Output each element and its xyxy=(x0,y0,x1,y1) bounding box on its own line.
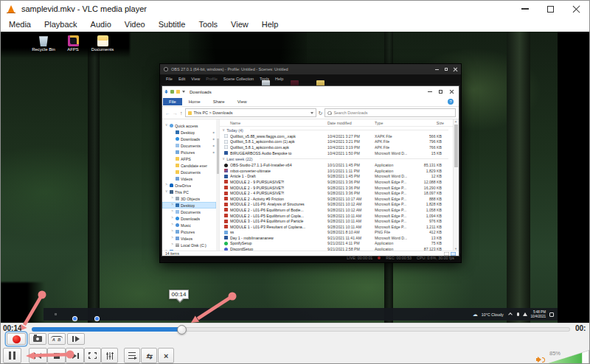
expand-chevron-icon[interactable]: > xyxy=(164,183,168,187)
stop-button[interactable] xyxy=(47,348,66,363)
obs-menu-item[interactable]: Edit xyxy=(176,77,188,81)
taskbar-icon[interactable] xyxy=(55,313,57,315)
toolbar-icon[interactable] xyxy=(170,90,174,94)
desktop-icon[interactable]: AFPS xyxy=(61,35,85,52)
expand-chevron-icon[interactable]: > xyxy=(170,243,174,247)
explorer-minimize-icon[interactable] xyxy=(428,91,432,92)
expand-chevron-icon[interactable]: > xyxy=(170,203,174,207)
file-row[interactable]: MODULE 2 - Activity #9 Friction 9/28/202… xyxy=(220,196,453,202)
explorer-maximize-icon[interactable] xyxy=(439,90,442,94)
column-type[interactable]: Type xyxy=(375,121,407,125)
file-row[interactable]: MODULE 2 - L01-P6 Equilibrium of Bodie..… xyxy=(220,207,453,213)
taskbar-icon[interactable] xyxy=(99,313,101,315)
menu-item[interactable]: Audio xyxy=(84,18,118,30)
expand-chevron-icon[interactable]: > xyxy=(170,223,174,227)
file-row[interactable]: mbot-converter-ultimate 10/1/2021 1:11 P… xyxy=(220,168,453,174)
file-row[interactable]: BIRUGEARBOSS Audio Bespoke to 10/4/2021 … xyxy=(220,150,453,156)
thumbnail-view-icon[interactable] xyxy=(451,252,456,256)
column-name[interactable]: Name xyxy=(220,121,327,125)
taskbar-icon[interactable] xyxy=(121,313,123,315)
ab-loop-button[interactable]: A B xyxy=(48,333,66,345)
obs-minimize-icon[interactable] xyxy=(435,69,439,70)
random-button[interactable] xyxy=(158,348,174,363)
weather-label[interactable]: 10°C Cloudy xyxy=(482,312,504,317)
taskbar-icon[interactable] xyxy=(47,313,49,315)
address-dropdown-icon[interactable] xyxy=(310,112,313,114)
file-row[interactable]: MODULE 2 - L01-P5 Equilibrium of Copla..… xyxy=(220,213,453,219)
microphone-icon[interactable] xyxy=(517,312,519,316)
taskbar-icon[interactable] xyxy=(114,313,116,315)
file-row[interactable]: MODULE 2 - 9 PURSUASIVE?! 9/28/2021 3:36… xyxy=(220,185,453,191)
up-icon[interactable]: ↑ xyxy=(180,111,183,116)
tray-chevron-icon[interactable] xyxy=(508,312,513,317)
file-row[interactable]: MODULE 1 - L01-P3 Resultant of Coplana..… xyxy=(220,224,453,230)
sidebar-item[interactable]: > Documents xyxy=(162,209,216,215)
expand-chevron-icon[interactable]: > xyxy=(170,237,174,240)
column-date-modified[interactable]: Date modified xyxy=(327,121,375,125)
volume-mute-icon[interactable] xyxy=(536,356,546,363)
refresh-icon[interactable]: ↻ xyxy=(319,111,323,116)
next-button[interactable] xyxy=(66,348,84,363)
sidebar-item[interactable]: > Music xyxy=(162,222,216,228)
pause-button[interactable] xyxy=(3,348,21,363)
desktop-icon[interactable]: Recycle Bin xyxy=(32,35,55,52)
expand-chevron-icon[interactable]: > xyxy=(170,210,174,214)
clock[interactable]: 5:48 PM 10/4/2021 xyxy=(531,310,546,318)
list-scrollbar[interactable] xyxy=(453,119,459,251)
sidebar-item[interactable]: > Downloads xyxy=(162,215,216,222)
scrollbar-thumb[interactable] xyxy=(454,125,458,167)
maximize-button[interactable] xyxy=(538,1,563,17)
obs-menu-item[interactable]: Profile xyxy=(203,77,221,81)
snapshot-button[interactable] xyxy=(29,333,46,345)
close-button[interactable] xyxy=(563,1,589,17)
file-row[interactable]: ss 9/28/2021 8:10 AM PNG File 412 KB xyxy=(220,230,453,236)
file-row[interactable]: Quillbot_5.8.1_apkcombo.com.apk 10/4/202… xyxy=(220,144,453,150)
sidebar-item[interactable]: Videos xyxy=(162,175,216,182)
expand-chevron-icon[interactable]: v xyxy=(164,190,168,194)
network-icon[interactable] xyxy=(523,312,527,316)
seek-handle[interactable] xyxy=(177,325,187,335)
toolbar-icon[interactable] xyxy=(176,90,180,94)
taskbar-icon[interactable] xyxy=(91,313,94,315)
menu-item[interactable]: View xyxy=(224,18,255,30)
address-input[interactable]: This PC > Downloads xyxy=(185,108,316,117)
file-row[interactable]: MODULE 2 - 9 PURSUASIVE?! 9/28/2021 3:36… xyxy=(220,179,453,185)
video-canvas[interactable]: Recycle Bin AFPS Documents xyxy=(1,32,590,323)
file-row[interactable]: MODULE 2 - 4 PURSUASIVE?! 9/28/2021 3:36… xyxy=(220,190,453,196)
taskbar-icon[interactable] xyxy=(69,313,72,315)
file-row[interactable]: Article 1 - Draft 9/28/2021 1:45 PM Micr… xyxy=(220,174,453,180)
menu-item[interactable]: Video xyxy=(118,18,152,30)
help-icon[interactable] xyxy=(448,99,454,105)
expand-chevron-icon[interactable]: > xyxy=(170,217,174,220)
sidebar-item[interactable]: > Videos xyxy=(162,235,216,242)
group-header[interactable]: Last week (22) xyxy=(220,155,453,162)
toolbar-icon[interactable] xyxy=(182,91,185,93)
back-icon[interactable]: ← xyxy=(165,111,170,116)
playlist-button[interactable] xyxy=(124,348,140,363)
toolbar-icon[interactable] xyxy=(164,90,168,94)
obs-menu-item[interactable]: Scene Collection xyxy=(221,77,257,81)
fullscreen-button[interactable] xyxy=(84,348,101,363)
file-row[interactable]: MODULE 3 - L01-P4 Equilibrium of Particl… xyxy=(220,218,453,224)
minimize-button[interactable] xyxy=(512,1,538,17)
sidebar-item[interactable]: > OneDrive xyxy=(162,182,216,189)
file-row[interactable]: SpotifySetup 9/21/2021 4:11 PM Applicati… xyxy=(220,241,453,247)
obs-maximize-icon[interactable] xyxy=(445,68,448,71)
column-size[interactable]: Size xyxy=(407,121,444,125)
action-center-icon[interactable] xyxy=(549,312,554,317)
sidebar-item[interactable]: v Quick access xyxy=(162,122,216,129)
seek-bar[interactable] xyxy=(32,327,570,332)
expand-chevron-icon[interactable]: > xyxy=(170,197,174,200)
frame-step-button[interactable] xyxy=(67,333,85,345)
taskbar-icon[interactable] xyxy=(62,313,64,315)
expand-chevron-icon[interactable]: v xyxy=(164,124,168,127)
obs-menu-item[interactable]: File xyxy=(163,77,176,81)
ribbon-tab[interactable]: File xyxy=(163,98,182,105)
file-row[interactable]: Day 1 - mobilmanananew 9/21/2021 11:41 A… xyxy=(220,235,453,241)
equalizer-button[interactable] xyxy=(101,348,118,363)
menu-item[interactable]: Media xyxy=(2,18,38,30)
menu-item[interactable]: Help xyxy=(255,18,285,30)
ribbon-tab[interactable]: Share xyxy=(207,98,231,105)
details-view-icon[interactable] xyxy=(444,252,449,256)
forward-icon[interactable]: → xyxy=(173,111,178,116)
